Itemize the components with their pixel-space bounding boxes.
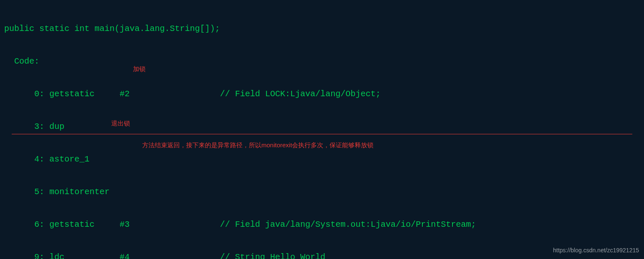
bc-line-0: 0: getstatic #2 // Field LOCK:Ljava/lang…	[4, 89, 516, 100]
bytecode-listing: public static int main(java.lang.String[…	[4, 2, 516, 259]
bc-line-5: 9: ldc #4 // String Hello World	[4, 252, 516, 259]
method-signature: public static int main(java.lang.String[…	[4, 23, 516, 34]
divider-line	[12, 134, 632, 134]
code-label: Code:	[4, 56, 516, 67]
bc-line-2: 4: astore_1	[4, 154, 516, 165]
bc-line-4: 6: getstatic #3 // Field java/lang/Syste…	[4, 219, 516, 230]
watermark-text: https://blog.csdn.net/zc19921215	[553, 245, 639, 256]
bc-line-1: 3: dup	[4, 121, 516, 132]
annotation-exception-path: 方法结束返回，接下来的是异常路径，所以monitorexit会执行多次，保证能够…	[142, 140, 373, 151]
bc-line-3: 5: monitorenter	[4, 187, 516, 197]
annotation-lock: 加锁	[133, 64, 146, 74]
annotation-unlock: 退出锁	[111, 118, 130, 129]
